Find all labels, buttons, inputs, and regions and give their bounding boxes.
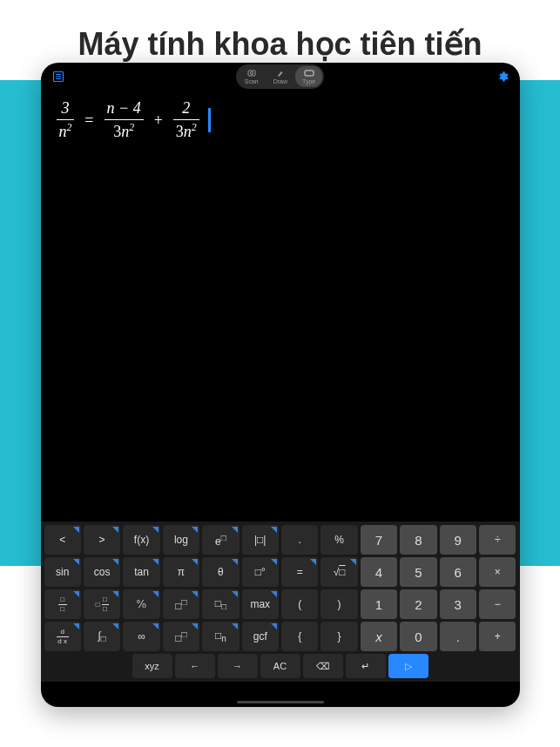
key-fraction[interactable]: □□ (44, 589, 81, 619)
key-cos[interactable]: cos (84, 557, 120, 587)
key-backspace[interactable]: ⌫ (303, 654, 343, 678)
key-right[interactable]: → (218, 654, 258, 678)
key-mixed[interactable]: □□□ (84, 589, 120, 619)
text-cursor (208, 108, 211, 132)
key-rparen[interactable]: ) (320, 589, 357, 619)
key-sub-n[interactable]: □n (202, 622, 239, 651)
key-fx[interactable]: f(x) (123, 525, 159, 555)
key-4[interactable]: 4 (361, 557, 397, 587)
key-less[interactable]: < (44, 525, 81, 555)
key-sqrt[interactable]: √□ (320, 557, 357, 587)
key-exp-e[interactable]: e□ (202, 525, 239, 555)
key-tan[interactable]: tan (123, 557, 159, 587)
key-infinity[interactable]: ∞ (123, 622, 159, 651)
key-2[interactable]: 2 (400, 589, 436, 619)
key-theta[interactable]: θ (202, 557, 239, 587)
svg-rect-4 (248, 71, 255, 76)
key-5[interactable]: 5 (400, 557, 436, 587)
key-0[interactable]: 0 (400, 622, 436, 651)
key-3[interactable]: 3 (440, 589, 476, 619)
history-button[interactable] (51, 70, 65, 84)
key-enter[interactable]: ↵ (346, 654, 386, 678)
key-abs[interactable]: |□| (242, 525, 279, 555)
fraction-1: 3 n2 (57, 99, 75, 141)
key-degree[interactable]: □° (242, 557, 279, 587)
key-xyz[interactable]: xyz (132, 654, 172, 678)
svg-rect-6 (305, 71, 314, 76)
key-lbrace[interactable]: { (281, 622, 318, 651)
key-8[interactable]: 8 (400, 525, 436, 555)
key-pi[interactable]: π (163, 557, 199, 587)
home-indicator[interactable] (237, 701, 324, 703)
key-greater[interactable]: > (84, 525, 120, 555)
key-left[interactable]: ← (175, 654, 215, 678)
fraction-2: n − 4 3n2 (105, 99, 144, 141)
key-sin[interactable]: sin (44, 557, 81, 587)
key-9[interactable]: 9 (440, 525, 476, 555)
mode-draw[interactable]: Draw (267, 66, 294, 87)
equation-display[interactable]: 3 n2 = n − 4 3n2 + 2 3n2 (41, 91, 520, 151)
mode-type[interactable]: Type (295, 66, 322, 87)
key-multiply[interactable]: × (479, 557, 516, 587)
key-1[interactable]: 1 (361, 589, 397, 619)
key-power[interactable]: □□ (163, 589, 199, 619)
calculator-app: Scan Draw Type 3 n2 (41, 63, 520, 707)
key-max[interactable]: max (242, 589, 279, 619)
key-subscript[interactable]: □□ (202, 589, 239, 619)
mode-scan[interactable]: Scan (238, 66, 266, 87)
key-decimal[interactable]: . (440, 622, 476, 651)
key-add[interactable]: + (479, 622, 516, 651)
settings-button[interactable] (496, 70, 509, 84)
key-rbrace[interactable]: } (320, 622, 357, 651)
key-gcf[interactable]: gcf (242, 622, 279, 651)
mode-switcher[interactable]: Scan Draw Type (236, 64, 325, 89)
key-log[interactable]: log (163, 525, 199, 555)
key-6[interactable]: 6 (440, 557, 476, 587)
key-percent[interactable]: % (320, 525, 357, 555)
fraction-3: 2 3n2 (173, 99, 199, 141)
key-equals[interactable]: = (281, 557, 318, 587)
key-permil[interactable]: °⁄₀ (123, 589, 159, 619)
key-send[interactable]: ▷ (388, 654, 428, 678)
math-keyboard: < > f(x) log e□ |□| . % 7 8 9 ÷ sin cos … (41, 522, 520, 682)
key-derivative[interactable]: dd x (44, 622, 81, 651)
key-dot[interactable]: . (281, 525, 318, 555)
key-lparen[interactable]: ( (281, 589, 318, 619)
key-integral[interactable]: ∫□ (84, 622, 120, 651)
hero-title: Máy tính khoa học tiên tiến (17, 26, 543, 63)
key-ac[interactable]: AC (260, 654, 300, 678)
key-x[interactable]: x (361, 622, 397, 651)
key-power2[interactable]: □□ (163, 622, 199, 651)
key-7[interactable]: 7 (361, 525, 397, 555)
svg-point-5 (250, 72, 253, 75)
key-subtract[interactable]: − (479, 589, 516, 619)
key-divide[interactable]: ÷ (479, 525, 516, 555)
